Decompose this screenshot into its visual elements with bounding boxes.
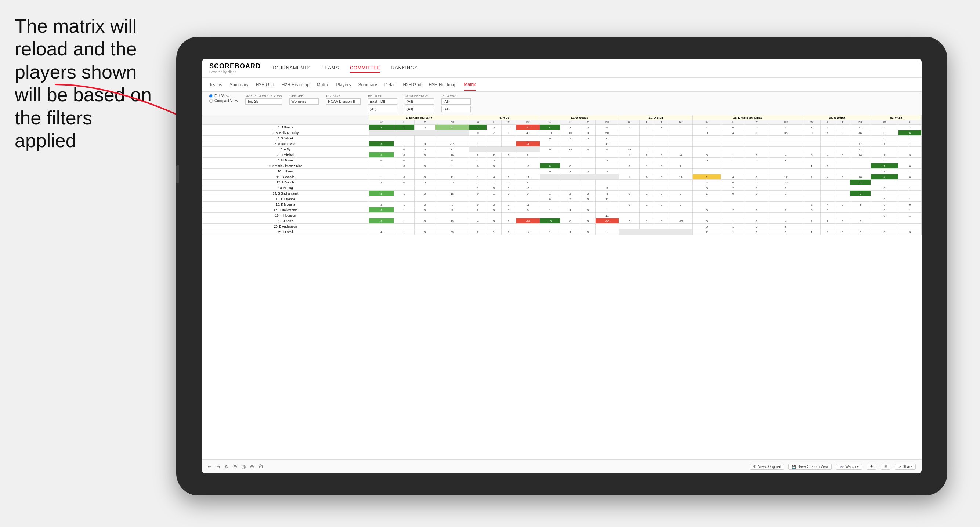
tablet-screen: SCOREBOARD Powered by clippd TOURNAMENTS… [202,59,922,473]
zoom-out-icon[interactable]: ⊖ [233,464,237,469]
nav-rankings[interactable]: RANKINGS [391,63,417,73]
layout-button[interactable]: ⊞ [881,464,891,470]
table-row: 5. A Nomrowski 310-15 1-4 11 17 11 [202,141,922,147]
table-row: 19. J Karth 31019 400-20 1300-33 210-13 … [202,218,922,224]
nav-committee[interactable]: COMMITTEE [350,63,380,73]
table-row: 18. H Hodgson 11 01 [202,213,922,218]
watch-dropdown-icon: ▾ [857,465,859,469]
table-row: 7. O Mitchell 30018 2202 120-4 0104 0402… [202,152,922,158]
players-select[interactable]: (All) [441,98,471,105]
refresh-icon[interactable]: ↻ [225,464,229,469]
region-select[interactable]: East - DII [368,98,397,105]
max-players-select[interactable]: Top 25 [245,98,282,105]
table-row: 10. L Perini 0102 11 [202,169,922,174]
col-header-stoll: 21. O Stoll [619,115,692,121]
col-header-mulcahy: 2. M Kelly Mulcahy [369,115,469,121]
filter-bar: Full View Compact View Max players in vi… [202,92,922,115]
share-button[interactable]: ↗ Share [895,464,916,470]
subnav-h2hheatmap1[interactable]: H2H Heatmap [282,79,310,90]
conference-filter: Conference (All) (All) [405,94,434,112]
subnav-h2hgrid1[interactable]: H2H Grid [256,79,274,90]
nav-bar: SCOREBOARD Powered by clippd TOURNAMENTS… [202,59,922,78]
nav-teams[interactable]: TEAMS [321,63,339,73]
table-row: 9. A Maria Jimenez Rios 1001 00-9 00 010… [202,163,922,169]
compact-view-option[interactable]: Compact View [209,99,238,103]
subnav-matrix1[interactable]: Matrix [317,79,329,90]
save-custom-view-button[interactable]: 💾 Save Custom View [788,464,832,470]
max-players-filter: Max players in view Top 25 [245,94,282,105]
zoom-reset-icon[interactable]: ◎ [242,464,246,469]
table-row: 21. O Stoll 41039 21014 1101 2109 1100 0… [202,229,922,235]
gender-select[interactable]: Women's [290,98,319,105]
table-row: 11. G Woods 10011 14011 10014 14017 2402… [202,174,922,180]
corner-header [202,115,369,125]
subnav-h2hgrid2[interactable]: H2H Grid [403,79,421,90]
share-icon: ↗ [898,465,901,469]
gender-filter: Gender Women's [290,94,319,105]
settings-button[interactable]: ⚙ [867,464,877,470]
layout-icon: ⊞ [884,465,887,469]
col-header-za: 60. W Za [870,115,921,121]
division-select[interactable]: NCAA Division II [326,98,361,105]
region-filter: Region East - DII (All) [368,94,397,112]
conference-select[interactable]: (All) [405,98,434,105]
col-header-webb: 38. A Webb [803,115,871,121]
subnav-matrix2[interactable]: Matrix [464,79,476,90]
annotation-text: The matrix will reload and the players s… [15,15,154,152]
tablet-frame: SCOREBOARD Powered by clippd TOURNAMENTS… [176,37,947,495]
subnav-teams[interactable]: Teams [209,79,222,90]
bottom-toolbar: ↩ ↪ ↻ ⊖ ◎ ⊕ ⏱ 👁 View: Original 💾 Save Cu… [202,459,922,473]
table-row: 15. H Stranda 02011 01 [202,196,922,202]
table-row: 14. S Srichantamit 31018 0105 1204 0105 … [202,191,922,196]
subnav-summary1[interactable]: Summary [229,79,248,90]
table-row: 8. M Torres 0010 1012 3 0108 01 [202,158,922,163]
clock-icon[interactable]: ⏱ [258,464,263,469]
matrix-content[interactable]: 2. M Kelly Mulcahy 6. A Dy 11. G Woods 2… [202,115,922,459]
full-view-radio[interactable] [209,94,213,98]
table-row: 20. E Andersson 0108 [202,224,922,229]
view-options: Full View Compact View [209,94,238,103]
col-header-schumac: 23. L Marie Schumac [692,115,803,121]
col-header-ady: 6. A Dy [469,115,540,121]
table-row: 1. J Garcia 31027 301-11 4100 1110 1006 … [202,125,922,130]
sub-nav: Teams Summary H2H Grid H2H Heatmap Matri… [202,78,922,92]
undo-icon[interactable]: ↩ [208,464,212,469]
nav-items: TOURNAMENTS TEAMS COMMITTEE RANKINGS [272,63,417,73]
watch-button[interactable]: 👓 Watch ▾ [836,464,862,470]
subnav-summary2[interactable]: Summary [358,79,377,90]
full-view-option[interactable]: Full View [209,94,238,98]
view-original-icon: 👁 [753,465,757,469]
zoom-in-icon[interactable]: ⊕ [250,464,254,469]
logo-subtitle: Powered by clippd [209,70,261,74]
table-row: 3. S Jelinek 02017 01 [202,136,922,141]
save-icon: 💾 [792,465,796,469]
view-original-button[interactable]: 👁 View: Original [750,464,784,470]
nav-tournaments[interactable]: TOURNAMENTS [272,63,311,73]
table-row: 2. M Kelly Mulcahy 07040 1010050 04035 0… [202,130,922,136]
logo-title: SCOREBOARD [209,62,261,70]
compact-view-radio[interactable] [209,99,213,103]
table-row: 12. A Bianchi 200-19 1104 20025 0 [202,180,922,185]
watch-icon: 👓 [839,465,844,469]
table-row: 17. D Ballesteros 3105 2013 1101 0207 01… [202,207,922,213]
col-header-woods: 11. G Woods [540,115,619,121]
table-row: 6. A Dy 70011 01440 251 17 [202,147,922,152]
matrix-table: 2. M Kelly Mulcahy 6. A Dy 11. G Woods 2… [202,115,922,235]
division-filter: Division NCAA Division II [326,94,361,105]
table-row: 16. K Mcgaha 2101 00111 0105 2403 00 [202,202,922,207]
players-filter: Players (All) (All) [441,94,471,112]
gear-icon: ⚙ [870,465,873,469]
conference-select-2[interactable]: (All) [405,106,434,112]
region-select-2[interactable]: (All) [368,106,397,112]
table-row: 13. N Klug 101-2 3 0210 01 [202,185,922,191]
subnav-players[interactable]: Players [336,79,351,90]
subnav-detail[interactable]: Detail [385,79,396,90]
subnav-h2hheatmap2[interactable]: H2H Heatmap [428,79,457,90]
players-select-2[interactable]: (All) [441,106,471,112]
redo-icon[interactable]: ↪ [216,464,220,469]
logo-area: SCOREBOARD Powered by clippd [209,62,261,74]
